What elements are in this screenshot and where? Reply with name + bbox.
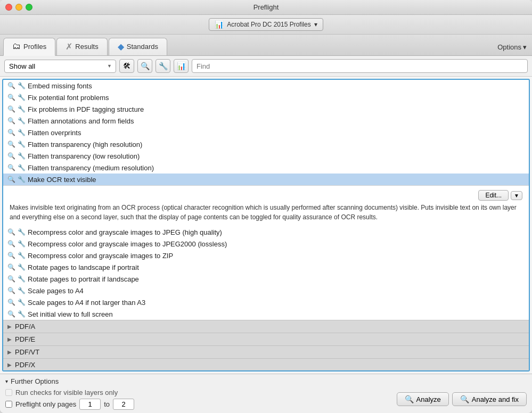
main-content: 🔍 🔧 Embed missing fonts 🔍 🔧 Fix potentia… [2,79,530,371]
wrench-icon: 🔧 [18,164,26,171]
results-tab-label: Results [75,43,98,51]
list-item[interactable]: 🔍 🔧 Flatten transparency (high resolutio… [3,138,529,150]
profiles-tab-label: Profiles [23,43,46,51]
wrench-icon: 🔧 [18,129,26,136]
search-icon: 🔍 [7,164,15,171]
item-label: Recompress color and grayscale images to… [28,228,222,236]
list-item[interactable]: 🔍 🔧 Fix potential font problems [3,92,529,103]
search-icon: 🔍 [7,82,15,89]
edit-dropdown-arrow-icon: ▼ [514,193,519,199]
wrench-icon: 🔧 [18,299,26,306]
profile-bar: 📊 Acrobat Pro DC 2015 Profiles ▾ [0,15,532,35]
footer-right: 🔍 Analyze 🔍 Analyze and fix [397,392,527,406]
new-profile-button[interactable]: 🛠 [119,59,134,73]
footer-left: Run checks for visible layers only Prefl… [5,389,134,410]
pdfvt-label: PDF/VT [15,348,39,356]
list-item[interactable]: 🔍 🔧 Recompress color and grayscale image… [3,226,529,238]
item-label: Rotate pages to portrait if landscape [28,275,139,283]
search-icon: 🔍 [7,105,15,113]
edit-dropdown-button[interactable]: ▼ [511,191,522,200]
list-item[interactable]: 🔍 🔧 Rotate pages to portrait if landscap… [3,273,529,285]
toolbar: Show all Fixups only Checks only 🛠 🔍 🔧 📊 [0,56,532,77]
list-item-selected[interactable]: 🔍 🔧 Make OCR text visible [3,174,529,185]
filter-dropdown-wrapper: Show all Fixups only Checks only [4,60,116,73]
search-profile-button[interactable]: 🔍 [137,59,152,73]
list-item[interactable]: 🔍 🔧 Recompress color and grayscale image… [3,250,529,261]
description-box: Edit... ▼ Makes invisible text originati… [3,185,529,226]
list-item[interactable]: 🔍 🔧 Recompress color and grayscale image… [3,238,529,250]
item-label: Flatten transparency (high resolution) [28,141,142,148]
filter-dropdown[interactable]: Show all Fixups only Checks only [4,60,116,73]
wrench-icon: 🔧 [18,263,26,271]
tab-profiles[interactable]: 🗂 Profiles [3,38,55,56]
search-icon: 🔍 [7,117,15,125]
list-item[interactable]: 🔍 🔧 Fix problems in PDF tagging structur… [3,103,529,115]
further-options-label: Further Options [11,377,59,385]
list-item[interactable]: 🔍 🔧 Scale pages to A4 [3,285,529,296]
wrench-icon: 🔧 [18,94,26,101]
chart-icon: 📊 [177,62,186,70]
wrench-icon: 🔧 [18,310,26,318]
tabs-bar: 🗂 Profiles ✗ Results ◆ Standards Options… [0,35,532,56]
search-icon: 🔍 [7,129,15,136]
visible-layers-row: Run checks for visible layers only [5,389,134,397]
item-label: Rotate pages to landscape if portrait [28,263,139,271]
wrench-icon: 🔧 [18,82,26,89]
maximize-button[interactable] [26,4,32,11]
group-header-pdfe[interactable]: ▶ PDF/E [3,333,529,345]
chart-button[interactable]: 📊 [174,59,189,73]
list-item[interactable]: 🔍 🔧 Flatten annotations and form fields [3,115,529,127]
standards-tab-icon: ◆ [118,42,124,52]
item-label: Set initial view to full screen [28,310,113,318]
group-header-pdfx[interactable]: ▶ PDF/X [3,358,529,370]
search-icon: 🔍 [7,299,15,306]
item-label: Scale pages to A4 [28,287,84,295]
preflight-pages-label: Preflight only pages [15,400,76,408]
analyze-button[interactable]: 🔍 Analyze [397,392,449,406]
item-label: Flatten transparency (low resolution) [28,152,140,160]
analyze-fix-icon: 🔍 [460,395,469,403]
group-header-pdfa[interactable]: ▶ PDF/A [3,320,529,333]
search-profile-icon: 🔍 [141,62,150,70]
preflight-pages-checkbox[interactable] [5,401,12,408]
close-button[interactable] [5,4,12,11]
list-item[interactable]: 🔍 🔧 Rotate pages to landscape if portrai… [3,261,529,273]
tab-standards[interactable]: ◆ Standards [109,38,167,55]
description-text: Makes invisible text originating from an… [10,203,522,222]
profile-selector-button[interactable]: 📊 Acrobat Pro DC 2015 Profiles ▾ [209,18,323,31]
list-item[interactable]: 🔍 🔧 Scale pages to A4 if not larger than… [3,296,529,308]
tab-results[interactable]: ✗ Results [56,38,107,55]
list-item[interactable]: 🔍 🔧 Set initial view to full screen [3,308,529,320]
search-icon: 🔍 [7,176,15,183]
find-input[interactable] [197,62,523,70]
pdfe-arrow-icon: ▶ [7,336,12,342]
item-label: Fix problems in PDF tagging structure [28,105,144,113]
profiles-list: 🔍 🔧 Embed missing fonts 🔍 🔧 Fix potentia… [3,80,529,370]
list-item[interactable]: 🔍 🔧 Embed missing fonts [3,80,529,92]
find-search-bar [192,59,528,73]
group-header-pdfvt[interactable]: ▶ PDF/VT [3,345,529,358]
list-item[interactable]: 🔍 🔧 Flatten transparency (low resolution… [3,150,529,162]
visible-layers-checkbox[interactable] [5,389,12,396]
import-profile-button[interactable]: 🔧 [155,59,170,73]
further-options-toggle[interactable]: ▾ Further Options [5,377,527,385]
item-label: Recompress color and grayscale images to… [28,240,227,248]
minimize-button[interactable] [15,4,22,11]
search-icon: 🔍 [7,252,15,259]
options-button[interactable]: Options ▾ [497,43,527,51]
pdfa-arrow-icon: ▶ [7,324,12,329]
footer-controls: Run checks for visible layers only Prefl… [5,389,527,410]
window-title: Preflight [253,3,279,11]
pdfvt-arrow-icon: ▶ [7,349,12,355]
edit-button[interactable]: Edit... [478,190,509,201]
analyze-fix-button[interactable]: 🔍 Analyze and fix [452,392,527,406]
item-label: Make OCR text visible [28,176,96,184]
wrench-icon: 🔧 [18,141,26,148]
list-item[interactable]: 🔍 🔧 Flatten overprints [3,127,529,138]
page-from-input[interactable] [79,399,101,410]
import-profile-icon: 🔧 [159,62,168,70]
list-item[interactable]: 🔍 🔧 Flatten transparency (medium resolut… [3,162,529,174]
wrench-icon: 🔧 [18,228,26,236]
item-label: Embed missing fonts [28,82,92,90]
page-to-input[interactable] [113,399,134,410]
